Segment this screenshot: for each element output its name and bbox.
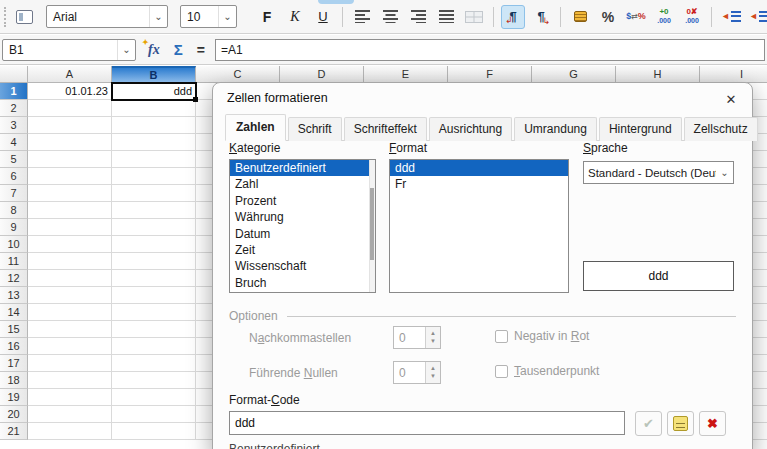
align-left-button[interactable] [350, 5, 374, 29]
format-code-input[interactable]: ddd [229, 411, 625, 435]
cell-A7[interactable] [28, 185, 112, 202]
column-header-B[interactable]: B [112, 66, 196, 83]
text-direction-ltr-button[interactable]: ¶ ↲ [501, 5, 525, 29]
cell-B20[interactable] [112, 406, 196, 423]
format-item-fr[interactable]: Fr [390, 176, 568, 192]
column-header-C[interactable]: C [196, 66, 280, 83]
cell-B10[interactable] [112, 236, 196, 253]
chevron-down-icon[interactable]: ⌄ [149, 6, 167, 27]
edit-comment-button[interactable] [667, 411, 694, 436]
sum-button[interactable]: Σ [174, 41, 183, 58]
negative-red-checkbox-row[interactable]: Negativ in Rot [495, 329, 589, 343]
row-header-1[interactable]: 1 [0, 83, 28, 100]
tab-ausrichtung[interactable]: Ausrichtung [429, 117, 512, 141]
cell-B3[interactable] [112, 117, 196, 134]
cell-A11[interactable] [28, 253, 112, 270]
align-right-button[interactable] [406, 5, 430, 29]
cell-B19[interactable] [112, 389, 196, 406]
scrollbar-thumb[interactable] [370, 188, 374, 260]
delete-format-button[interactable]: ✖ [699, 411, 726, 436]
cell-A14[interactable] [28, 304, 112, 321]
row-header-13[interactable]: 13 [0, 287, 28, 304]
row-header-21[interactable]: 21 [0, 423, 28, 440]
chevron-down-icon[interactable]: ⌄ [716, 167, 733, 178]
category-item-bruch[interactable]: Bruch [230, 275, 375, 291]
format-currency-button[interactable] [568, 5, 592, 29]
format-item-ddd[interactable]: ddd [390, 160, 568, 176]
formula-input[interactable]: =A1 [215, 39, 765, 61]
category-item-währung[interactable]: Währung [230, 209, 375, 225]
category-item-wissenschaft[interactable]: Wissenschaft [230, 258, 375, 274]
apply-format-button[interactable]: ✔ [635, 411, 662, 436]
tab-schrifteffekt[interactable]: Schrifteffekt [344, 117, 427, 141]
cell-A16[interactable] [28, 338, 112, 355]
row-header-8[interactable]: 8 [0, 202, 28, 219]
cell-B14[interactable] [112, 304, 196, 321]
column-header-A[interactable]: A [28, 66, 112, 83]
align-justify-button[interactable] [434, 5, 458, 29]
cell-A6[interactable] [28, 168, 112, 185]
cell-A18[interactable] [28, 372, 112, 389]
cell-B18[interactable] [112, 372, 196, 389]
row-header-6[interactable]: 6 [0, 168, 28, 185]
category-item-benutzerdefiniert[interactable]: Benutzerdefiniert [230, 160, 375, 176]
row-header-5[interactable]: 5 [0, 151, 28, 168]
cell-A9[interactable] [28, 219, 112, 236]
spinner-arrows-icon[interactable]: ▲▼ [425, 327, 440, 348]
cell-A21[interactable] [28, 423, 112, 440]
cell-B17[interactable] [112, 355, 196, 372]
column-header-G[interactable]: G [532, 66, 616, 83]
language-combo[interactable]: Standard - Deutsch (Deut ⌄ [583, 161, 734, 184]
checkbox-icon[interactable] [495, 365, 508, 378]
chevron-down-icon[interactable]: ⌄ [218, 6, 236, 27]
function-wizard-button[interactable]: ✦fx [148, 42, 160, 58]
tab-schrift[interactable]: Schrift [288, 117, 342, 141]
font-name-combo[interactable]: Arial ⌄ [46, 5, 168, 28]
category-listbox[interactable]: BenutzerdefiniertZahlProzentWährungDatum… [229, 159, 376, 293]
decrease-indent-button[interactable]: ◄ [719, 5, 743, 29]
chevron-down-icon[interactable]: ⌄ [117, 40, 135, 60]
cell-A19[interactable] [28, 389, 112, 406]
increase-indent-button[interactable]: ◄ [747, 5, 767, 29]
cell-A8[interactable] [28, 202, 112, 219]
row-header-17[interactable]: 17 [0, 355, 28, 372]
thousands-checkbox-row[interactable]: Tausenderpunkt [495, 364, 599, 378]
cell-A4[interactable] [28, 134, 112, 151]
tab-umrandung[interactable]: Umrandung [514, 117, 597, 141]
column-header-D[interactable]: D [280, 66, 364, 83]
cell-B8[interactable] [112, 202, 196, 219]
align-center-button[interactable] [378, 5, 402, 29]
cell-A17[interactable] [28, 355, 112, 372]
tab-zahlen[interactable]: Zahlen [225, 114, 286, 141]
spinner-arrows-icon[interactable]: ▲▼ [425, 362, 440, 383]
row-header-15[interactable]: 15 [0, 321, 28, 338]
italic-button[interactable]: K [283, 5, 307, 29]
format-number-button[interactable]: $⇄% [624, 5, 648, 29]
underline-button[interactable]: U [311, 5, 335, 29]
row-header-16[interactable]: 16 [0, 338, 28, 355]
cell-B4[interactable] [112, 134, 196, 151]
row-header-4[interactable]: 4 [0, 134, 28, 151]
name-box[interactable]: B1 ⌄ [2, 39, 136, 61]
toolbar-grip[interactable] [4, 7, 6, 27]
cell-B11[interactable] [112, 253, 196, 270]
row-header-7[interactable]: 7 [0, 185, 28, 202]
row-header-9[interactable]: 9 [0, 219, 28, 236]
cell-B1[interactable]: ddd [112, 83, 196, 100]
cell-B12[interactable] [112, 270, 196, 287]
row-header-19[interactable]: 19 [0, 389, 28, 406]
cell-B7[interactable] [112, 185, 196, 202]
category-item-zahl[interactable]: Zahl [230, 176, 375, 192]
cell-B13[interactable] [112, 287, 196, 304]
category-item-zeit[interactable]: Zeit [230, 242, 375, 258]
cell-B2[interactable] [112, 100, 196, 117]
tab-hintergrund[interactable]: Hintergrund [599, 117, 682, 141]
row-header-3[interactable]: 3 [0, 117, 28, 134]
cell-B9[interactable] [112, 219, 196, 236]
row-header-20[interactable]: 20 [0, 406, 28, 423]
select-all-corner[interactable] [0, 66, 28, 83]
cell-B21[interactable] [112, 423, 196, 440]
column-header-H[interactable]: H [616, 66, 700, 83]
row-header-2[interactable]: 2 [0, 100, 28, 117]
cell-A3[interactable] [28, 117, 112, 134]
